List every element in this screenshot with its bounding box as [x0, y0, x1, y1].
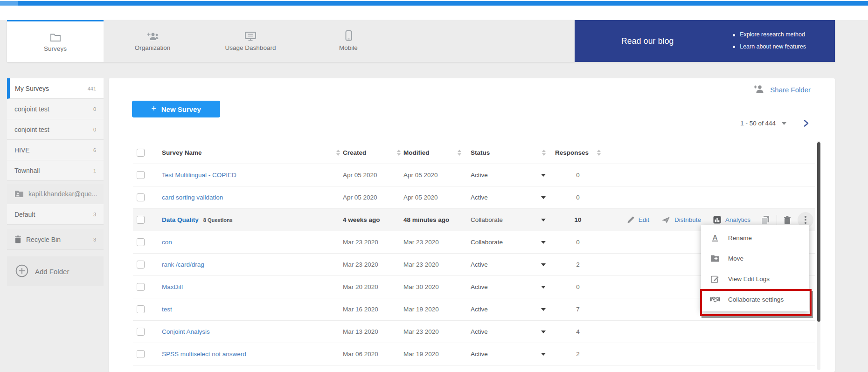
handshake-icon — [710, 296, 720, 303]
folder-count: 3 — [93, 237, 96, 242]
delete-survey-button[interactable] — [784, 216, 791, 224]
analytics-button[interactable]: Analytics — [713, 216, 750, 224]
status-dropdown-caret-icon[interactable] — [541, 196, 546, 199]
folder-user-icon — [14, 190, 24, 198]
row-checkbox[interactable] — [137, 171, 145, 179]
tab-mobile[interactable]: Mobile — [299, 20, 397, 62]
sidebar-item-townhall[interactable]: Townhall 1 — [7, 160, 104, 181]
survey-name-link[interactable]: rank /card/drag — [162, 261, 204, 268]
row-checkbox-cell — [133, 305, 156, 313]
row-checkbox-cell — [133, 328, 156, 336]
responses-cell: 2 — [550, 261, 602, 268]
row-checkbox[interactable] — [137, 261, 145, 269]
menu-item-view-edit-logs[interactable]: View Edit Logs — [701, 269, 809, 289]
status-dropdown-caret-icon[interactable] — [541, 219, 546, 221]
sort-icon[interactable] — [336, 150, 340, 156]
survey-name-link[interactable]: SPSS multiselect not answerd — [162, 351, 246, 358]
header-status: Status — [464, 149, 550, 156]
survey-name-link[interactable]: card sorting validation — [162, 194, 223, 201]
row-checkbox[interactable] — [137, 283, 145, 291]
column-label: Responses — [555, 149, 589, 156]
created-value: 4 weeks ago — [343, 216, 380, 223]
plus-icon: + — [151, 104, 156, 114]
survey-name-link[interactable]: Conjoint Analysis — [162, 328, 210, 335]
sort-icon[interactable] — [458, 150, 461, 156]
menu-item-collaborate-settings[interactable]: Collaborate settings — [701, 289, 809, 310]
status-dropdown-caret-icon[interactable] — [541, 241, 546, 244]
tab-organization[interactable]: Organization — [104, 20, 201, 62]
select-all-checkbox[interactable] — [137, 149, 145, 157]
status-dropdown-caret-icon[interactable] — [541, 174, 546, 177]
created-value: Apr 05 2020 — [343, 194, 377, 201]
table-row: card sorting validation Apr 05 2020 Apr … — [133, 186, 815, 209]
menu-item-label: Collaborate settings — [728, 296, 784, 303]
status-dropdown-caret-icon[interactable] — [541, 286, 546, 289]
folder-count: 3 — [93, 212, 96, 217]
status-cell: Active — [464, 172, 550, 179]
header-modified: Modified — [403, 149, 464, 156]
sort-icon[interactable] — [542, 150, 546, 156]
blog-banner[interactable]: Read our blog Explore research method Le… — [575, 20, 835, 62]
status-cell: Active — [464, 261, 550, 268]
survey-name-link[interactable]: test — [162, 306, 172, 313]
modified-value: Mar 30 2020 — [403, 283, 439, 290]
modified-cell: 48 minutes ago — [403, 216, 464, 223]
survey-name-cell: MaxDiff — [156, 283, 343, 290]
edit-button[interactable]: Edit — [627, 216, 649, 224]
survey-name-link[interactable]: Test Multilingual - COPIED — [162, 172, 236, 179]
table-row: Conjoint Analysis Mar 13 2020 Mar 23 202… — [133, 321, 815, 343]
folder-label: conjoint test — [14, 126, 49, 133]
edit-label: Edit — [639, 216, 649, 223]
sidebar-item-conjoint-test-2[interactable]: conjoint test 0 — [7, 119, 104, 140]
header-survey-name: Survey Name — [156, 149, 343, 156]
sort-icon[interactable] — [597, 150, 601, 156]
copy-survey-button[interactable] — [761, 215, 770, 225]
add-people-icon — [146, 31, 159, 41]
modified-value: Apr 05 2020 — [403, 194, 438, 201]
distribute-button[interactable]: Distribute — [661, 216, 701, 224]
row-checkbox-cell — [133, 283, 156, 291]
dashboard-icon — [245, 31, 256, 41]
tab-usage-dashboard[interactable]: Usage Dashboard — [201, 20, 299, 62]
table-header-row: Survey Name Created Modified Status Resp… — [133, 141, 815, 164]
share-folder-button[interactable]: Share Folder — [753, 84, 811, 95]
modified-value: Mar 19 2020 — [403, 306, 439, 313]
status-dropdown-caret-icon[interactable] — [541, 263, 546, 266]
sidebar-item-hive[interactable]: HIVE 6 — [7, 140, 104, 160]
status-cell: Active — [464, 283, 550, 290]
row-checkbox[interactable] — [137, 238, 145, 246]
rename-icon: A — [710, 234, 720, 242]
column-label: Survey Name — [162, 149, 202, 156]
status-dropdown-caret-icon[interactable] — [541, 308, 546, 311]
row-checkbox[interactable] — [137, 216, 145, 224]
sidebar-item-recycle-bin[interactable]: Recycle Bin 3 — [7, 229, 104, 250]
status-dropdown-caret-icon[interactable] — [541, 331, 546, 333]
menu-item-rename[interactable]: A Rename — [701, 227, 809, 248]
status-dropdown-caret-icon[interactable] — [541, 353, 546, 356]
row-checkbox[interactable] — [137, 193, 145, 201]
created-value: Mar 20 2020 — [343, 283, 378, 290]
banner-title[interactable]: Read our blog — [621, 36, 674, 46]
tab-surveys[interactable]: Surveys — [7, 20, 104, 62]
row-checkbox[interactable] — [137, 305, 145, 313]
sort-icon[interactable] — [397, 150, 401, 156]
new-survey-button[interactable]: + New Survey — [132, 101, 220, 117]
column-label: Modified — [403, 149, 430, 156]
status-value: Active — [471, 172, 488, 179]
add-folder-button[interactable]: Add Folder — [7, 256, 104, 286]
folder-count: 0 — [93, 106, 96, 112]
pencil-icon — [627, 216, 634, 224]
survey-name-link[interactable]: Data Quality — [162, 216, 199, 223]
sidebar-item-default[interactable]: Default 3 — [7, 204, 104, 225]
sidebar-item-account-folder[interactable]: kapil.khandekar@que... — [7, 184, 104, 204]
table-scrollbar-thumb[interactable] — [817, 142, 820, 322]
row-checkbox[interactable] — [137, 350, 145, 358]
menu-item-move[interactable]: Move — [701, 248, 809, 269]
pagination-dropdown-caret-icon[interactable] — [782, 122, 786, 125]
sidebar-item-conjoint-test-1[interactable]: conjoint test 0 — [7, 99, 104, 119]
survey-name-link[interactable]: MaxDiff — [162, 283, 183, 290]
next-page-chevron-icon[interactable] — [803, 119, 809, 127]
sidebar-item-my-surveys[interactable]: My Surveys 441 — [7, 78, 104, 99]
row-checkbox[interactable] — [137, 328, 145, 336]
survey-name-link[interactable]: con — [162, 239, 172, 246]
